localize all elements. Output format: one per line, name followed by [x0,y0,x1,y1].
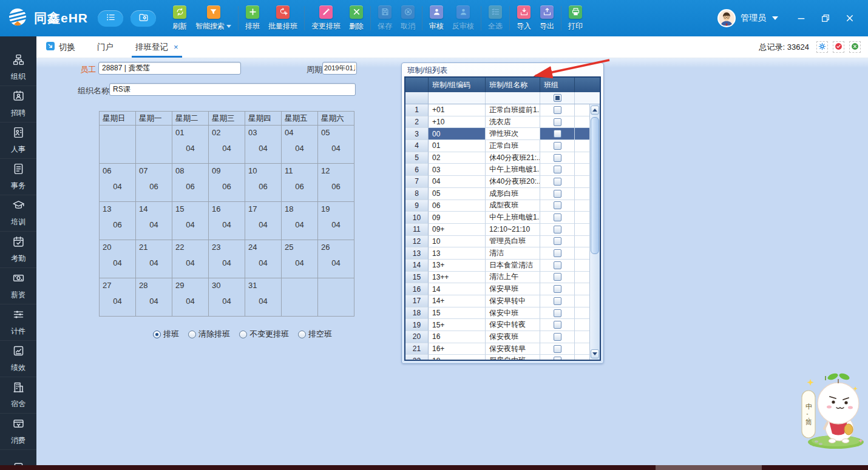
calendar-day-cell[interactable]: 1704 [245,202,282,240]
shift-name-cell[interactable]: 保安中转夜 [486,319,540,331]
calendar-day-cell[interactable]: 0304 [245,126,282,164]
shift-row[interactable]: 1413+日本食堂清洁 [405,260,589,272]
toolbar-batch-button[interactable]: 批量排班 [264,5,302,32]
shift-name-cell[interactable]: 正常白班提前1... [486,104,540,116]
row-checkbox[interactable] [554,237,561,245]
calendar-day-cell[interactable]: 2304 [209,240,245,278]
settings-gear-button[interactable] [816,41,828,53]
minimize-button[interactable] [796,13,806,23]
shift-code-cell[interactable]: 01 [429,140,486,152]
calendar-day-cell[interactable] [318,278,354,317]
calendar-day-cell[interactable]: 3104 [245,278,282,317]
shift-row[interactable]: 2+10洗衣店 [405,116,589,129]
calendar-day-cell[interactable]: 0806 [172,164,209,202]
shift-code-cell[interactable]: 02 [429,152,486,164]
calendar-day-cell[interactable]: 2204 [172,240,209,278]
shift-code-cell[interactable]: 13 [429,247,486,260]
shift-name-cell[interactable]: 休40分夜班20:... [486,176,540,188]
shift-row[interactable]: 2116+保安夜转早 [405,343,589,355]
sidebar-item-org[interactable]: 组织 [0,50,36,86]
shift-name-cell[interactable]: 保安早班 [486,283,540,295]
toolbar-pencil-button[interactable]: 变更排班 [307,5,345,32]
row-checkbox[interactable] [554,190,561,198]
filter-name-cell[interactable] [486,92,540,104]
period-input[interactable] [322,62,357,75]
row-checkbox[interactable] [554,130,561,138]
calendar-day-cell[interactable]: 2904 [172,278,209,317]
calendar-day-cell[interactable]: 1106 [282,164,318,202]
shift-code-cell[interactable]: 16 [429,331,486,343]
shift-row[interactable]: 906成型夜班 [405,200,589,212]
row-checkbox[interactable] [554,273,561,281]
shift-row[interactable]: 1714+保安早转中 [405,295,589,307]
row-checkbox[interactable] [554,226,561,233]
row-checkbox[interactable] [554,213,561,221]
tab-switch-button[interactable]: 切换 [46,41,75,53]
toolbar-cross-button[interactable]: 删除 [345,5,368,32]
org-name-input[interactable] [109,83,356,96]
row-checkbox[interactable] [554,321,561,329]
scroll-down-button[interactable] [591,349,599,358]
toolbar-plus-button[interactable]: 排班 [241,5,264,32]
toolbar-refresh-button[interactable]: 刷新 [168,5,191,32]
employee-input[interactable] [98,62,241,75]
shift-code-cell[interactable]: 09 [429,212,486,224]
toolbar-person-button[interactable]: 审核 [425,5,448,32]
shift-name-cell[interactable]: 弹性班次 [486,128,540,140]
sidebar-item-calcheck[interactable]: 考勤 [0,232,36,268]
calendar-day-cell[interactable]: 1404 [136,202,172,240]
tab-portal[interactable]: 门户 [97,36,114,58]
calendar-day-cell[interactable]: 2104 [136,240,172,278]
radio-option[interactable]: 不变更排班 [239,329,289,340]
calendar-day-cell[interactable]: 3004 [209,278,245,317]
shift-code-cell[interactable]: 15 [429,307,486,320]
shift-code-cell[interactable]: 03 [429,164,486,176]
scroll-up-button[interactable] [591,106,599,115]
calendar-day-cell[interactable]: 2504 [282,240,318,278]
row-checkbox[interactable] [554,357,561,360]
shift-code-cell[interactable]: 13++ [429,272,486,284]
calendar-day-cell[interactable]: 1006 [245,164,282,202]
dismiss-x-button[interactable] [849,41,861,53]
shift-name-cell[interactable]: 中午上班电镀1... [486,212,540,224]
shift-code-cell[interactable]: 14 [429,283,486,295]
calendar-day-cell[interactable]: 1804 [282,202,318,240]
toolbar-export-button[interactable]: 导出 [535,5,558,32]
sidebar-item-sliders[interactable]: 计件 [0,304,36,341]
shift-row[interactable]: 1313清洁 [405,247,589,260]
sidebar-item-doc[interactable]: 事务 [0,159,36,195]
shift-row[interactable]: 1815保安中班 [405,307,589,320]
shift-code-cell[interactable]: 16+ [429,343,486,355]
select-all-checkbox[interactable] [554,94,561,102]
shift-row[interactable]: 2016保安夜班 [405,331,589,343]
tab-schedule-register[interactable]: 排班登记 × [135,36,178,58]
calendar-day-cell[interactable]: 1604 [209,202,245,240]
tab-close-icon[interactable]: × [174,42,178,52]
shift-row[interactable]: 1614保安早班 [405,283,589,295]
shift-name-cell[interactable]: 休40分夜班21:... [486,152,540,164]
shift-name-cell[interactable]: 中午上班电镀1... [486,164,540,176]
vertical-scrollbar[interactable] [589,104,600,360]
toolbar-import-button[interactable]: 导入 [512,5,535,32]
row-checkbox[interactable] [554,178,561,186]
shift-code-cell[interactable]: +10 [429,116,486,129]
shift-code-cell[interactable]: +01 [429,104,486,116]
calendar-day-cell[interactable]: 2804 [136,278,172,317]
row-checkbox[interactable] [554,297,561,305]
shift-row[interactable]: 300弹性班次 [405,128,589,140]
shift-row[interactable]: 603中午上班电镀1... [405,164,589,176]
row-checkbox[interactable] [554,345,561,353]
shift-name-cell[interactable]: 保安中班 [486,307,540,320]
shift-code-cell[interactable]: 10 [429,236,486,248]
col-code[interactable]: 班制/组编码 [429,78,486,92]
shift-code-cell[interactable]: 05 [429,188,486,200]
shift-code-cell[interactable]: 09+ [429,224,486,236]
shift-code-cell[interactable]: 00 [429,128,486,140]
calendar-day-cell[interactable] [136,126,172,164]
shift-row[interactable]: 704休40分夜班20:... [405,176,589,188]
row-checkbox[interactable] [554,106,561,114]
ime-status-sign[interactable]: 中。，简 [802,392,815,438]
shift-row[interactable]: 805成形白班 [405,188,589,200]
shift-name-cell[interactable]: 保安夜班 [486,331,540,343]
calendar-day-cell[interactable]: 0104 [172,126,209,164]
